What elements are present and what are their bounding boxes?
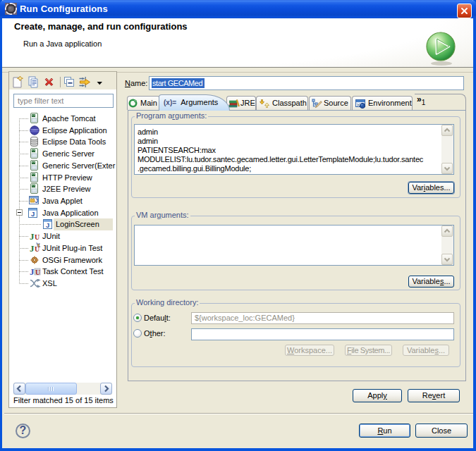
svg-text:U: U bbox=[35, 233, 39, 241]
svg-text:J: J bbox=[46, 221, 49, 229]
svg-text:J: J bbox=[30, 231, 35, 241]
svg-text:U: U bbox=[35, 245, 39, 253]
svg-text:J: J bbox=[30, 266, 35, 276]
svg-text:J: J bbox=[31, 210, 35, 218]
svg-text:J: J bbox=[35, 197, 39, 204]
svg-text:J: J bbox=[30, 243, 35, 253]
svg-text:U: U bbox=[35, 268, 40, 276]
